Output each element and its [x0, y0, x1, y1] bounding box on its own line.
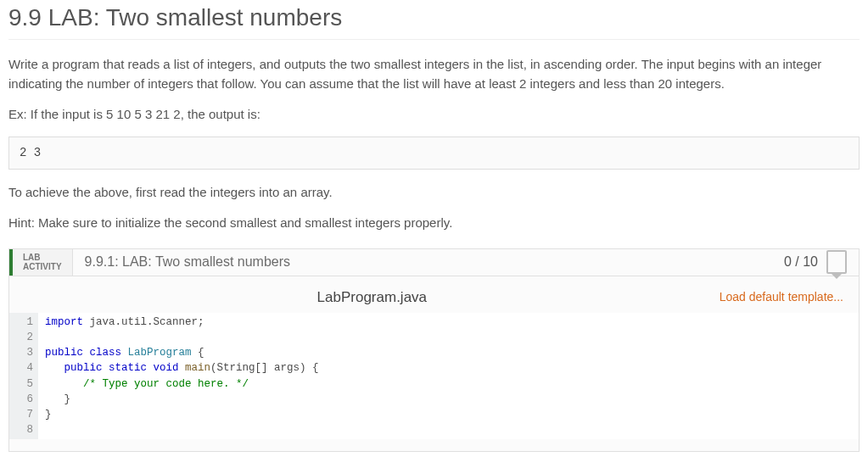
code-filename: LabProgram.java: [25, 287, 720, 309]
instruction-line-1: To achieve the above, first read the int…: [8, 183, 860, 203]
activity-score: 0 / 10: [772, 249, 859, 276]
line-number-gutter: 1 2 3 4 5 6 7 8: [9, 313, 38, 439]
activity-badge: LAB ACTIVITY: [13, 249, 73, 276]
example-output-box: 2 3: [8, 136, 860, 170]
badge-line-2: ACTIVITY: [23, 262, 62, 272]
code-area: LabProgram.java Load default template...…: [9, 276, 859, 452]
example-intro: Ex: If the input is 5 10 5 3 21 2, the o…: [8, 105, 860, 125]
activity-title: 9.9.1: LAB: Two smallest numbers: [73, 249, 772, 276]
score-text: 0 / 10: [784, 252, 818, 272]
load-default-template-link[interactable]: Load default template...: [720, 288, 843, 306]
code-content[interactable]: import java.util.Scanner; public class L…: [38, 313, 859, 439]
ribbon-icon: [826, 250, 847, 274]
hint-line: Hint: Make sure to initialize the second…: [8, 214, 860, 233]
page-title: 9.9 LAB: Two smallest numbers: [8, 0, 860, 40]
lab-activity-card: LAB ACTIVITY 9.9.1: LAB: Two smallest nu…: [8, 248, 860, 453]
activity-header: LAB ACTIVITY 9.9.1: LAB: Two smallest nu…: [9, 249, 859, 276]
problem-description: Write a program that reads a list of int…: [8, 55, 860, 93]
code-editor[interactable]: 1 2 3 4 5 6 7 8 import java.util.Scanner…: [9, 313, 859, 439]
badge-line-1: LAB: [23, 253, 62, 263]
